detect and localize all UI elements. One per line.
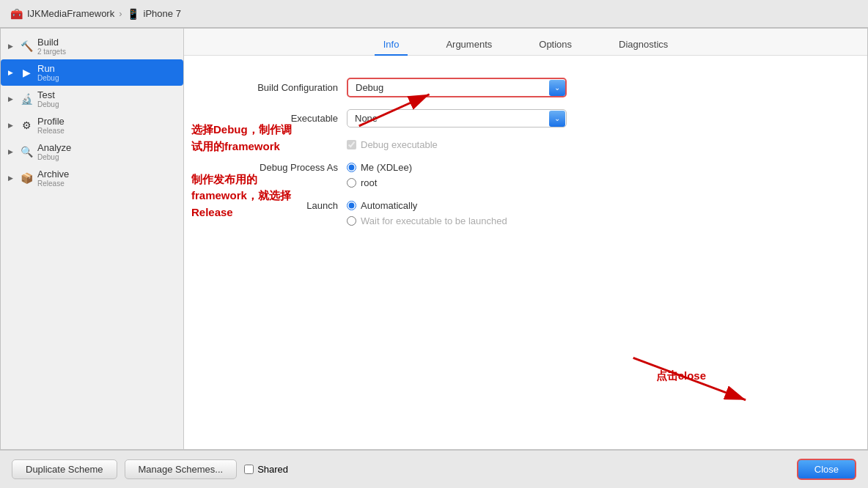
executable-row: Executable None ⌄ — [213, 109, 838, 127]
analyze-text: Analyze Debug — [37, 142, 71, 161]
sidebar-item-build[interactable]: ▶ 🔨 Build 2 targets — [1, 33, 183, 59]
launch-wait-label: Wait for executable to be launched — [361, 215, 507, 226]
annotation-release-line1: 制作发布用的 — [191, 171, 292, 188]
analyze-sub: Debug — [37, 153, 71, 161]
launch-wait: Wait for executable to be launched — [347, 215, 507, 226]
archive-text: Archive Release — [37, 169, 69, 188]
content-area: Info Arguments Options Diagnostics Build… — [184, 29, 867, 449]
sidebar-item-run[interactable]: ▶ ▶ Run Debug — [1, 59, 183, 86]
sidebar-item-profile[interactable]: ▶ ⚙ Profile Release — [1, 112, 183, 138]
debug-process-root: root — [347, 177, 412, 188]
run-text: Run Debug — [37, 63, 59, 82]
run-icon: ▶ — [20, 66, 33, 79]
debug-exec-checkbox-item: Debug executable — [347, 139, 438, 150]
device-name: iPhone 7 — [144, 8, 181, 19]
expand-arrow-analyze: ▶ — [8, 148, 15, 155]
main-layout: ▶ 🔨 Build 2 targets ▶ ▶ Run Debug ▶ 🔬 Te… — [0, 28, 868, 450]
debug-process-me: Me (XDLee) — [347, 162, 412, 173]
run-sub: Debug — [37, 74, 59, 82]
project-name: IJKMediaFramework — [27, 8, 114, 19]
analyze-label: Analyze — [37, 142, 71, 153]
build-label: Build — [37, 37, 66, 48]
shared-checkbox[interactable] — [244, 465, 254, 474]
close-annotation-text: 点击close — [656, 369, 706, 382]
project-icon: 🧰 — [10, 8, 23, 20]
expand-arrow-profile: ▶ — [8, 122, 15, 129]
profile-label: Profile — [37, 116, 65, 127]
annotation-debug-line2: 试用的framework — [191, 138, 292, 155]
profile-sub: Release — [37, 127, 65, 135]
sidebar: ▶ 🔨 Build 2 targets ▶ ▶ Run Debug ▶ 🔬 Te… — [1, 29, 184, 449]
debug-process-group: Me (XDLee) root — [347, 162, 412, 188]
tab-diagnostics[interactable]: Diagnostics — [610, 34, 677, 56]
launch-row: Launch Automatically Wait for executable… — [213, 200, 838, 226]
test-icon: 🔬 — [20, 92, 33, 106]
run-label: Run — [37, 63, 59, 74]
sidebar-item-test[interactable]: ▶ 🔬 Test Debug — [1, 86, 183, 112]
sidebar-item-archive[interactable]: ▶ 📦 Archive Release — [1, 165, 183, 191]
build-config-select[interactable]: Debug Release — [347, 78, 567, 97]
expand-arrow-test: ▶ — [8, 95, 15, 103]
executable-select[interactable]: None — [347, 109, 567, 127]
debug-exec-checkbox[interactable] — [347, 140, 356, 149]
executable-control: None ⌄ — [347, 109, 567, 127]
annotation-release-line3: Release — [191, 204, 292, 221]
debug-process-me-label: Me (XDLee) — [361, 162, 412, 173]
duplicate-scheme-button[interactable]: Duplicate Scheme — [12, 459, 117, 479]
analyze-icon: 🔍 — [20, 145, 33, 158]
archive-sub: Release — [37, 180, 69, 188]
close-button[interactable]: Close — [797, 459, 856, 480]
title-bar: 🧰 IJKMediaFramework › 📱 iPhone 7 — [0, 0, 868, 28]
tab-arguments[interactable]: Arguments — [437, 34, 501, 56]
tab-options[interactable]: Options — [530, 34, 581, 56]
shared-label: Shared — [257, 464, 288, 475]
annotation-close: 点击close — [656, 369, 706, 383]
sidebar-item-analyze[interactable]: ▶ 🔍 Analyze Debug — [1, 138, 183, 165]
annotation-debug-line1: 选择Debug，制作调 — [191, 122, 292, 138]
launch-auto-radio[interactable] — [347, 201, 356, 210]
build-config-control: Debug Release ⌄ — [347, 78, 567, 97]
build-text: Build 2 targets — [37, 37, 66, 56]
test-text: Test Debug — [37, 89, 59, 108]
archive-label: Archive — [37, 169, 69, 180]
form-area: Build Configuration Debug Release ⌄ Exec… — [184, 56, 867, 449]
breadcrumb-separator: › — [119, 8, 122, 19]
manage-schemes-button[interactable]: Manage Schemes... — [125, 459, 238, 479]
expand-arrow-archive: ▶ — [8, 174, 15, 182]
launch-wait-radio[interactable] — [347, 216, 356, 226]
debug-process-root-radio[interactable] — [347, 178, 356, 188]
tab-info[interactable]: Info — [375, 34, 408, 56]
bottom-bar: Duplicate Scheme Manage Schemes... Share… — [0, 450, 868, 488]
annotation-release-line2: framework，就选择 — [191, 188, 292, 204]
profile-icon: ⚙ — [20, 119, 33, 132]
build-config-row: Build Configuration Debug Release ⌄ — [213, 78, 838, 97]
debug-process-root-label: root — [361, 177, 377, 188]
expand-arrow-run: ▶ — [8, 69, 15, 76]
profile-text: Profile Release — [37, 116, 65, 135]
test-sub: Debug — [37, 100, 59, 108]
annotation-debug: 选择Debug，制作调 试用的framework 制作发布用的 framewor… — [191, 122, 292, 221]
tab-bar: Info Arguments Options Diagnostics — [184, 29, 867, 56]
archive-icon: 📦 — [20, 171, 33, 185]
debug-process-row: Debug Process As Me (XDLee) root — [213, 162, 838, 188]
debug-exec-label: Debug executable — [361, 139, 438, 150]
shared-checkbox-area: Shared — [244, 464, 288, 475]
build-sub: 2 targets — [37, 48, 66, 56]
build-icon: 🔨 — [20, 40, 33, 53]
debug-exec-row: Debug executable — [213, 139, 838, 150]
build-config-label: Build Configuration — [213, 82, 338, 93]
launch-auto-label: Automatically — [361, 200, 417, 211]
launch-auto: Automatically — [347, 200, 507, 211]
device-icon: 📱 — [127, 8, 139, 20]
test-label: Test — [37, 89, 59, 100]
debug-process-me-radio[interactable] — [347, 163, 356, 172]
expand-arrow-build: ▶ — [8, 42, 15, 50]
launch-group: Automatically Wait for executable to be … — [347, 200, 507, 226]
